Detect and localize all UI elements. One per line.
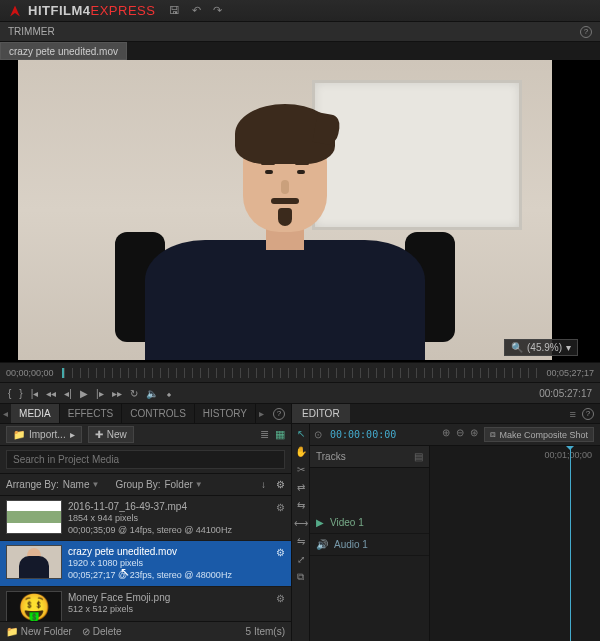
tab-scroll-left-icon[interactable]: ◂ bbox=[0, 404, 11, 423]
magnifier-icon: 🔍 bbox=[511, 342, 523, 353]
media-info: 00;00;35;09 @ 14fps, stereo @ 44100Hz bbox=[68, 525, 285, 537]
snap-tool-icon[interactable]: ⧉ bbox=[292, 568, 309, 586]
panel-gear-icon[interactable]: ⚙ bbox=[276, 479, 285, 490]
item-count: 5 Item(s) bbox=[246, 626, 285, 637]
go-start-icon[interactable]: |◂ bbox=[31, 388, 39, 399]
timeline-canvas[interactable]: 00;01;00;00 bbox=[430, 446, 600, 641]
item-gear-icon[interactable]: ⚙ bbox=[276, 593, 285, 604]
play-icon[interactable]: ▶ bbox=[80, 388, 88, 399]
editor-timecode-row: ⊙ 00:00:00:00 ⊕ ⊖ ⊛ ⧈ Make Composite Sho… bbox=[310, 424, 600, 446]
ripple-tool-icon[interactable]: ⟷ bbox=[292, 514, 309, 532]
roll-tool-icon[interactable]: ⇋ bbox=[292, 532, 309, 550]
media-title: 2016-11-07_16-49-37.mp4 bbox=[68, 500, 285, 513]
save-icon[interactable]: 🖫 bbox=[169, 4, 180, 17]
loop-icon[interactable]: ↻ bbox=[130, 388, 138, 399]
group-dropdown[interactable]: Folder▼ bbox=[164, 479, 202, 490]
tracks-label: Tracks ▤ bbox=[310, 446, 429, 468]
list-view-icon[interactable]: ≣ bbox=[260, 428, 269, 441]
make-composite-button[interactable]: ⧈ Make Composite Shot bbox=[484, 427, 594, 442]
marker-icon[interactable]: ⬥ bbox=[166, 388, 172, 399]
new-folder-button[interactable]: 📁 New Folder bbox=[6, 626, 72, 637]
video-track-icon: ▶ bbox=[316, 517, 324, 528]
prev-frame-icon[interactable]: ◂◂ bbox=[46, 388, 56, 399]
mark-in-icon[interactable]: ⊕ bbox=[442, 427, 450, 442]
slice-tool-icon[interactable]: ✂ bbox=[292, 460, 309, 478]
help-icon[interactable]: ? bbox=[273, 408, 285, 420]
tab-media[interactable]: MEDIA bbox=[11, 404, 60, 423]
tab-editor[interactable]: EDITOR bbox=[292, 404, 350, 423]
rate-tool-icon[interactable]: ⤢ bbox=[292, 550, 309, 568]
mark-out-icon[interactable]: ⊖ bbox=[456, 427, 464, 442]
audio-track-icon: 🔊 bbox=[316, 539, 328, 550]
media-info: 00;05;27;17 @ 23fps, stereo @ 48000Hz bbox=[68, 570, 285, 582]
video-preview[interactable] bbox=[18, 60, 552, 360]
trimmer-viewer: 🔍 (45.9%) ▾ 00;00;00;00 00;05;27;17 bbox=[0, 60, 600, 382]
group-label: Group By: bbox=[115, 479, 160, 490]
video-track-header[interactable]: ▶ Video 1 bbox=[310, 512, 429, 534]
step-fwd-icon[interactable]: |▸ bbox=[96, 388, 104, 399]
link-icon[interactable]: ⊛ bbox=[470, 427, 478, 442]
next-frame-icon[interactable]: ▸▸ bbox=[112, 388, 122, 399]
svg-marker-0 bbox=[10, 5, 20, 16]
trimmer-time-ruler[interactable]: 00;00;00;00 00;05;27;17 bbox=[0, 362, 600, 382]
transport-bar: { } |◂ ◂◂ ◂| ▶ |▸ ▸▸ ↻ 🔈 ⬥ 00:05:27:17 bbox=[0, 382, 600, 404]
ruler-start-time: 00;00;00;00 bbox=[6, 368, 54, 378]
arrange-dropdown[interactable]: Name▼ bbox=[63, 479, 100, 490]
trimmer-title: TRIMMER bbox=[8, 26, 55, 37]
delete-button[interactable]: ⊘ Delete bbox=[82, 626, 122, 637]
track-headers: Tracks ▤ ▶ Video 1 🔊 Audio 1 bbox=[310, 446, 430, 641]
media-footer: 📁 New Folder ⊘ Delete 5 Item(s) bbox=[0, 621, 291, 641]
clip-duration: 00:05:27:17 bbox=[539, 388, 592, 399]
help-icon[interactable]: ? bbox=[582, 408, 594, 420]
trimmer-file-tab[interactable]: crazy pete unedited.mov bbox=[0, 42, 127, 60]
slide-tool-icon[interactable]: ⇆ bbox=[292, 496, 309, 514]
media-title: Money Face Emoji.png bbox=[68, 591, 285, 604]
timecode-gear-icon[interactable]: ⊙ bbox=[314, 429, 322, 440]
title-bar: HITFILM4EXPRESS 🖫 ↶ ↷ bbox=[0, 0, 600, 22]
media-title: crazy pete unedited.mov bbox=[68, 545, 285, 558]
tab-scroll-right-icon[interactable]: ▸ bbox=[256, 404, 267, 423]
sort-dir-icon[interactable]: ↓ bbox=[261, 479, 266, 490]
grid-view-icon[interactable]: ▦ bbox=[275, 428, 285, 441]
redo-icon[interactable]: ↷ bbox=[213, 4, 222, 17]
slip-tool-icon[interactable]: ⇄ bbox=[292, 478, 309, 496]
media-thumbnail bbox=[6, 545, 62, 579]
app-title: HITFILM4EXPRESS bbox=[28, 3, 155, 18]
step-back-icon[interactable]: ◂| bbox=[64, 388, 72, 399]
trimmer-panel-header: TRIMMER ? bbox=[0, 22, 600, 42]
volume-icon[interactable]: 🔈 bbox=[146, 388, 158, 399]
playhead[interactable] bbox=[570, 446, 571, 641]
zoom-control[interactable]: 🔍 (45.9%) ▾ bbox=[504, 339, 578, 356]
new-button[interactable]: ✚ New bbox=[88, 426, 134, 443]
ruler-end-time: 00;05;27;17 bbox=[546, 368, 594, 378]
hand-tool-icon[interactable]: ✋ bbox=[292, 442, 309, 460]
trimmer-file-tabs: crazy pete unedited.mov bbox=[0, 42, 600, 60]
plus-icon: ✚ bbox=[95, 429, 103, 440]
undo-icon[interactable]: ↶ bbox=[192, 4, 201, 17]
project-panel: ◂ MEDIA EFFECTS CONTROLS HISTORY ▸ ? 📁 I… bbox=[0, 404, 292, 641]
media-item[interactable]: crazy pete unedited.mov 1920 x 1080 pixe… bbox=[0, 541, 291, 586]
project-tabs: ◂ MEDIA EFFECTS CONTROLS HISTORY ▸ ? bbox=[0, 404, 291, 424]
tab-controls[interactable]: CONTROLS bbox=[122, 404, 195, 423]
composite-icon: ⧈ bbox=[490, 429, 496, 440]
current-timecode[interactable]: 00:00:00:00 bbox=[330, 429, 396, 440]
folder-icon: 📁 bbox=[13, 429, 25, 440]
audio-track-header[interactable]: 🔊 Audio 1 bbox=[310, 534, 429, 556]
search-input[interactable] bbox=[6, 450, 285, 469]
item-gear-icon[interactable]: ⚙ bbox=[276, 502, 285, 513]
panel-menu-icon[interactable]: ≡ bbox=[570, 408, 576, 420]
import-button[interactable]: 📁 Import... ▸ bbox=[6, 426, 82, 443]
ruler-track[interactable] bbox=[62, 368, 539, 378]
tab-history[interactable]: HISTORY bbox=[195, 404, 256, 423]
media-resolution: 1920 x 1080 pixels bbox=[68, 558, 285, 570]
help-icon[interactable]: ? bbox=[580, 26, 592, 38]
media-resolution: 512 x 512 pixels bbox=[68, 604, 285, 616]
media-item[interactable]: 2016-11-07_16-49-37.mp4 1854 x 944 pixel… bbox=[0, 496, 291, 541]
set-in-icon[interactable]: { bbox=[8, 388, 11, 399]
tab-effects[interactable]: EFFECTS bbox=[60, 404, 123, 423]
item-gear-icon[interactable]: ⚙ bbox=[276, 547, 285, 558]
media-item[interactable]: 🤑 Money Face Emoji.png 512 x 512 pixels … bbox=[0, 587, 291, 621]
editor-tool-column: ↖ ✋ ✂ ⇄ ⇆ ⟷ ⇋ ⤢ ⧉ bbox=[292, 424, 310, 641]
selection-tool-icon[interactable]: ↖ bbox=[292, 424, 309, 442]
set-out-icon[interactable]: } bbox=[19, 388, 22, 399]
